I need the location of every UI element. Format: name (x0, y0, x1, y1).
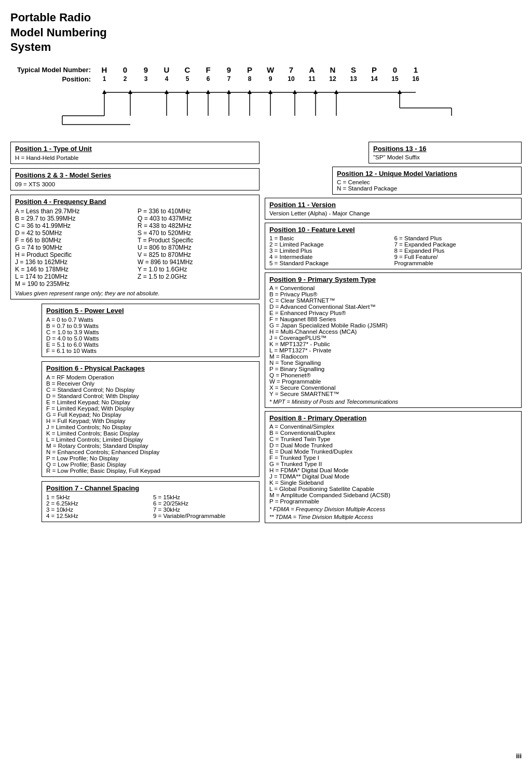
position4-right-item: V = 825 to 870MHz (138, 251, 255, 258)
position5-item: C = 1.0 to 3.9 Watts (46, 329, 255, 335)
position11-content: Version Letter (Alpha) - Major Change (269, 210, 517, 216)
position9-item: H = Multi-Channel Access (MCA) (269, 329, 517, 335)
position10-right-item: 8 = Expanded Plus (394, 248, 517, 254)
position6-item: G = Full Keypad; No Display (46, 412, 255, 418)
svg-marker-5 (128, 90, 132, 94)
position-numbers-row: 12345678910111213141516 (94, 75, 426, 83)
position10-right: 6 = Standard Plus7 = Expanded Package8 =… (394, 235, 517, 266)
position9-item: A = Conventional (269, 285, 517, 291)
position8-item: E = Dual Mode Trunked/Duplex (269, 448, 517, 455)
model-chars-row: H09UCF9PW7ANSP01 (94, 65, 426, 74)
position4-left-item: M = 190 to 235MHz (15, 280, 132, 288)
position6-item: M = Rotary Controls; Standard Display (46, 443, 255, 449)
position12-item: N = Standard Package (337, 185, 517, 192)
position6-box: Position 6 - Physical Packages A = RF Mo… (42, 361, 260, 477)
position4-left-item: F = 66 to 80MHz (15, 237, 132, 244)
position9-item: F = Nauganet 888 Series (269, 316, 517, 322)
position4-left-item: C = 36 to 41.99MHz (15, 222, 132, 229)
position8-item: A = Conventinal/Simplex (269, 424, 517, 430)
position6-item: L = Limited Controls; Limited Display (46, 436, 255, 443)
model-char: N (322, 65, 343, 74)
position-label: Position: (10, 75, 91, 83)
position9-item: Q = Phonenet® (269, 372, 517, 378)
model-char: 7 (281, 65, 302, 74)
position1316-box: Positions 13 - 16 "SP" Model Suffix (369, 142, 522, 163)
position5-item: B = 0.7 to 0.9 Watts (46, 323, 255, 329)
position9-item: P = Binary Signalling (269, 366, 517, 372)
position9-item: L = MPT1327* - Private (269, 347, 517, 353)
position10-left-item: 3 = Limited Plus (269, 248, 392, 254)
position8-item: C = Trunked Twin Type (269, 436, 517, 442)
position7-right-item: 7 = 30kHz (153, 507, 255, 513)
position7-box: Position 7 - Channel Spacing 1 = 5kHz2 =… (42, 481, 260, 522)
position8-item: G = Trunked Type II (269, 461, 517, 467)
position11-box: Position 11 - Version Version Letter (Al… (265, 198, 522, 220)
position8-item: P = Programmable (269, 498, 517, 504)
position7-right: 5 = 15kHz6 = 20/25kHz7 = 30kHz9 = Variab… (153, 494, 255, 519)
position4-right-item: S = 470 to 520MHz (138, 229, 255, 237)
position4-right-item: Y = 1.0 to 1.6GHz (138, 266, 255, 273)
position4-left-item: L = 174 to 210MHz (15, 273, 132, 280)
position5-item: A = 0 to 0.7 Watts (46, 317, 255, 323)
model-char: W (260, 65, 281, 74)
position1316-title: Positions 13 - 16 (373, 145, 517, 153)
position6-item: C = Standard Control; No Display (46, 387, 255, 393)
position-num: 2 (115, 75, 135, 83)
svg-marker-24 (334, 90, 338, 94)
position10-right-item: 9 = Full Feature/ (394, 254, 517, 260)
position23-content: 09 = XTS 3000 (15, 181, 255, 187)
position5-title: Position 5 - Power Level (46, 307, 255, 315)
position8-item: F = Trunked Type I (269, 455, 517, 461)
position10-right-item: 6 = Standard Plus (394, 235, 517, 241)
position4-left-item: J = 136 to 162MHz (15, 258, 132, 266)
position-num: 13 (343, 75, 364, 83)
position-num: 14 (364, 75, 385, 83)
svg-marker-14 (227, 90, 231, 94)
position23-title: Positions 2 & 3 - Model Series (15, 171, 255, 179)
left-column: Position 1 - Type of Unit H = Hand-Held … (10, 142, 260, 527)
position6-title: Position 6 - Physical Packages (46, 364, 255, 372)
diagram-svg (10, 87, 529, 136)
position9-content: A = ConventionalB = Privacy Plus®C = Cle… (269, 285, 517, 397)
position10-left-item: 1 = Basic (269, 235, 392, 241)
position7-left-item: 2 = 6.25kHz (46, 500, 148, 507)
position4-left-item: G = 74 to 90MHz (15, 244, 132, 251)
position5-item: F = 6.1 to 10 Watts (46, 348, 255, 354)
position8-box: Position 8 - Primary Operation A = Conve… (265, 411, 522, 523)
position5-item: E = 5.1 to 6.0 Watts (46, 341, 255, 348)
position12-item: C = Cenelec (337, 179, 517, 185)
position4-list: A = Less than 29.7MHzB = 29.7 to 35.99MH… (15, 208, 255, 288)
position7-title: Position 7 - Channel Spacing (46, 484, 255, 492)
position9-item: M = Radiocom (269, 353, 517, 360)
position10-right-item: Programmable (394, 260, 517, 266)
model-char: A (302, 65, 322, 74)
position7-left: 1 = 5kHz2 = 6.25kHz3 = 10kHz4 = 12.5kHz (46, 494, 148, 519)
position8-title: Position 8 - Primary Operation (269, 414, 517, 422)
position6-item: N = Enhanced Controls; Enhanced Display (46, 449, 255, 455)
position9-title: Position 9 - Primary System Type (269, 276, 517, 283)
svg-marker-8 (165, 90, 169, 94)
position-num: 7 (219, 75, 239, 83)
page-title: Portable RadioModel NumberingSystem (10, 10, 522, 55)
model-char: P (364, 65, 385, 74)
position4-right-item: T = Product Specific (138, 237, 255, 244)
position23-box: Positions 2 & 3 - Model Series 09 = XTS … (10, 168, 260, 190)
position8-item: K = Single Sideband (269, 480, 517, 486)
svg-marker-16 (248, 90, 252, 94)
position12-box: Position 12 - Unique Model Variations C … (332, 167, 522, 195)
position9-item: Y = Secure SMARTNET™ (269, 391, 517, 397)
position10-left: 1 = Basic2 = Limited Package3 = Limited … (269, 235, 392, 266)
position-num: 11 (302, 75, 322, 83)
position5-item: D = 4.0 to 5.0 Watts (46, 335, 255, 341)
position23-item: 09 = XTS 3000 (15, 181, 255, 187)
svg-marker-10 (185, 90, 189, 94)
position9-box: Position 9 - Primary System Type A = Con… (265, 272, 522, 408)
position6-item: K = Limited Controls; Basic Display (46, 430, 255, 436)
position6-item: J = Limited Controls; No Display (46, 424, 255, 430)
typical-model-section: Typical Model Number: H09UCF9PW7ANSP01 P… (10, 65, 522, 83)
position-num: 6 (198, 75, 219, 83)
position6-item: F = Limited Keypad; With Display (46, 405, 255, 412)
position-num: 3 (135, 75, 156, 83)
position12-content: C = CenelecN = Standard Package (337, 179, 517, 192)
position4-left-item: B = 29.7 to 35.99MHz (15, 215, 132, 222)
